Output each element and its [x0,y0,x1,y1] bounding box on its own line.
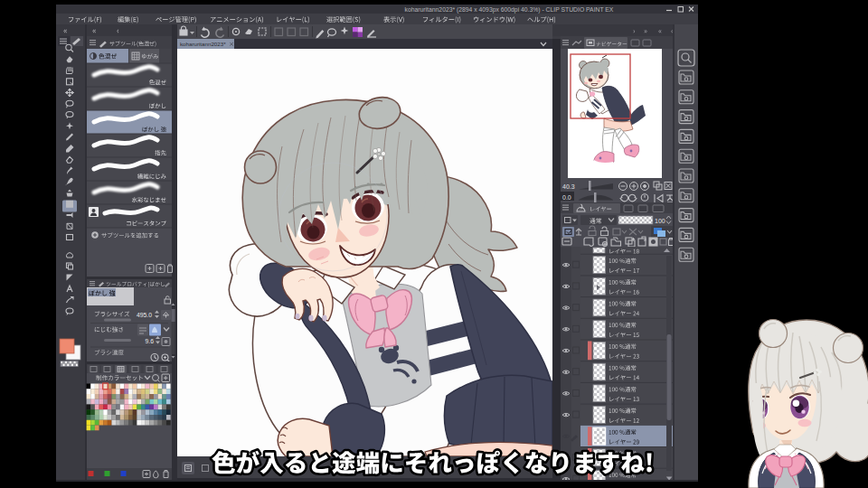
svg-text:40.3: 40.3 [562,183,575,190]
svg-text:100: 100 [655,218,665,224]
svg-text:0.0: 0.0 [562,194,571,201]
svg-text:495.0: 495.0 [137,312,152,318]
svg-text:koharuritann2023* (2894 x 4093: koharuritann2023* (2894 x 4093px 600dpi … [405,6,614,14]
svg-text:koharuritann2023*: koharuritann2023* [180,41,226,47]
svg-text:9.6: 9.6 [146,338,155,344]
